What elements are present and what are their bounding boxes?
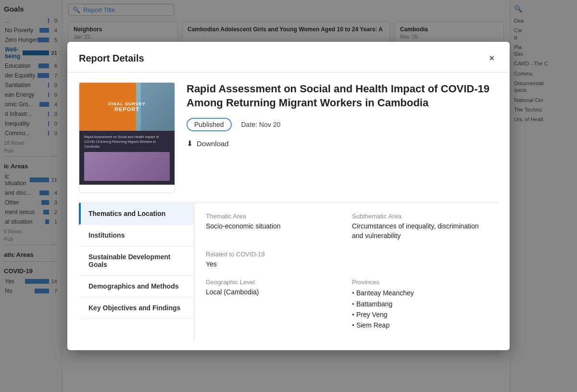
modal-close-button[interactable]: × [485, 51, 498, 65]
province-item: • Prey Veng [352, 309, 487, 320]
subthematic-area-value: Circumstances of inequality, discriminat… [352, 222, 487, 240]
report-details-modal: Report Details × FINAL SURVEY REPORT [67, 42, 510, 350]
details-section: Thematics and Location Institutions Sust… [79, 203, 498, 340]
thematic-area-field: Thematic Area Socio-economic situation [206, 213, 340, 240]
modal-body: FINAL SURVEY REPORT Rapid Assessment on … [67, 73, 510, 350]
modal-header: Report Details × [67, 42, 510, 73]
geographic-value: Local (Cambodia) [206, 288, 340, 297]
covid-label: Related to COVID-19 [206, 251, 340, 258]
thematic-area-value: Socio-economic situation [206, 222, 340, 231]
detail-grid: Thematic Area Socio-economic situation S… [206, 213, 487, 330]
report-cover: FINAL SURVEY REPORT Rapid Assessment on … [79, 82, 175, 193]
nav-item-institutions[interactable]: Institutions [79, 225, 194, 246]
cover-final-label: FINAL SURVEY [108, 101, 146, 106]
download-label: Download [197, 139, 229, 148]
detail-nav: Thematics and Location Institutions Sust… [79, 203, 194, 340]
covid-value: Yes [206, 260, 340, 269]
covid-field: Related to COVID-19 Yes [206, 251, 340, 269]
provinces-field: Provinces • Banteay Meanchey • Battamban… [352, 278, 487, 331]
subthematic-area-label: Subthematic Area [352, 213, 487, 220]
report-info: Rapid Assessment on Social and Health Im… [187, 82, 498, 193]
report-top-section: FINAL SURVEY REPORT Rapid Assessment on … [79, 82, 498, 193]
modal-overlay[interactable]: Report Details × FINAL SURVEY REPORT [0, 0, 577, 392]
provinces-list: • Banteay Meanchey • Battambang • Prey V… [352, 288, 487, 331]
nav-item-demographics[interactable]: Demographics and Methods [79, 276, 194, 297]
nav-item-sdg[interactable]: Sustainable Development Goals [79, 246, 194, 276]
geographic-label: Geographic Level [206, 278, 340, 286]
report-title: Rapid Assessment on Social and Health Im… [187, 82, 498, 110]
download-button[interactable]: ⬇ Download [187, 139, 229, 148]
nav-item-objectives[interactable]: Key Objectives and Findings [79, 297, 194, 319]
report-date: Date: Nov 20 [241, 121, 281, 128]
province-item: • Siem Reap [352, 320, 487, 330]
report-meta: Published Date: Nov 20 [187, 118, 498, 131]
province-item: • Battambang [352, 299, 487, 309]
cover-body-text: Rapid Assessment on Social and Health Im… [84, 135, 170, 149]
thematic-area-label: Thematic Area [206, 213, 340, 220]
modal-title: Report Details [79, 53, 144, 64]
nav-item-thematics[interactable]: Thematics and Location [79, 203, 194, 225]
cover-report-label: REPORT [114, 106, 139, 112]
detail-content: Thematic Area Socio-economic situation S… [194, 203, 498, 340]
subthematic-area-field: Subthematic Area Circumstances of inequa… [352, 213, 487, 240]
download-icon: ⬇ [187, 139, 193, 148]
province-item: • Banteay Meanchey [352, 288, 487, 298]
status-badge: Published [187, 118, 232, 131]
geographic-field: Geographic Level Local (Cambodia) [206, 278, 340, 331]
provinces-label: Provinces [352, 278, 487, 286]
